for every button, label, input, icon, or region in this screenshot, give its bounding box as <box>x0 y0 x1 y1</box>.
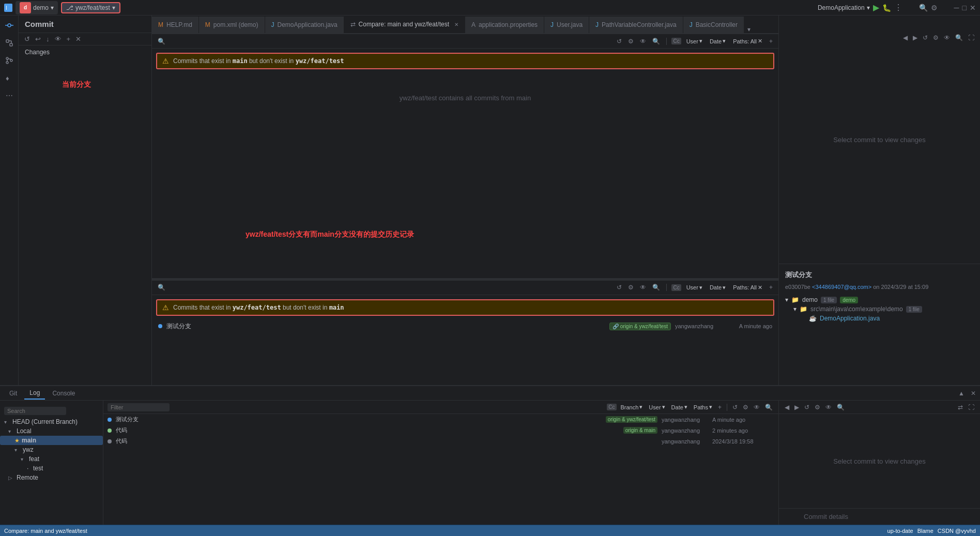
user-dropdown-top[interactable]: User ▾ <box>684 37 705 45</box>
rg-collapse[interactable]: ⚙ <box>813 404 822 411</box>
subfolder-expand[interactable]: ▾ <box>793 305 797 313</box>
rg-fwd[interactable]: ▶ <box>793 404 801 411</box>
rp-expand-icon[interactable]: ⛶ <box>967 34 976 41</box>
add-icon[interactable]: + <box>65 35 72 43</box>
clear-icon[interactable]: ✕ <box>74 35 83 43</box>
tab-compare[interactable]: ⇄ Compare: main and ywz/feat/test ✕ <box>344 17 465 33</box>
rg-back[interactable]: ◀ <box>783 404 791 411</box>
refresh-btn-top[interactable]: ↺ <box>615 38 623 45</box>
refresh-btn-bottom[interactable]: ↺ <box>615 284 623 291</box>
commit-row-1[interactable]: 测试分支 🔗 origin & ywz/feat/test yangwanzha… <box>152 320 778 333</box>
tree-feat[interactable]: ▾ feat <box>0 454 103 464</box>
git-commit-row-1[interactable]: 代码 origin & main yangwanzhang 2 minutes … <box>103 425 778 436</box>
tree-local[interactable]: ▾ Local <box>0 426 103 436</box>
sidebar-icon-branch[interactable] <box>4 55 15 66</box>
tab-pom[interactable]: M pom.xml (demo) <box>199 17 265 33</box>
file-tree-root[interactable]: ▾ 📁 demo 1 file demo <box>785 295 974 304</box>
rg-search[interactable]: 🔍 <box>835 404 846 411</box>
rp-search-icon[interactable]: 🔍 <box>954 34 964 41</box>
settings-button[interactable]: ⚙ <box>931 4 938 12</box>
rg-eye[interactable]: 👁 <box>824 404 833 411</box>
tree-head[interactable]: ▾ HEAD (Current Branch) <box>0 417 103 426</box>
eye-btn-top[interactable]: 👁 <box>638 38 648 45</box>
close-git-btn[interactable]: ✕ <box>971 390 976 397</box>
rg-expand2[interactable]: ⛶ <box>967 404 976 411</box>
file-tree-folder[interactable]: ▾ 📁 src\main\java\com\example\demo 1 fil… <box>785 304 974 314</box>
branch-chevron[interactable]: ▾ <box>112 4 115 11</box>
tab-pathvar[interactable]: J PathVariableController.java <box>589 17 683 33</box>
sidebar-icon-merge[interactable]: ♦ <box>4 72 15 84</box>
ywz-toggle[interactable]: ▾ <box>14 447 21 453</box>
tab-basicctrl[interactable]: J BasicController <box>683 17 744 33</box>
tab-log[interactable]: Log <box>24 387 45 400</box>
collapse-git-btn[interactable]: ▲ <box>958 390 964 397</box>
date-dropdown-bottom[interactable]: Date ▾ <box>708 284 728 292</box>
tab-demoapp[interactable]: J DemoApplication.java <box>265 17 344 33</box>
app-chevron[interactable]: ▾ <box>867 4 870 11</box>
tabs-overflow[interactable]: ▾ <box>744 26 754 33</box>
branch-dropdown-git[interactable]: Branch ▾ <box>619 403 645 411</box>
tree-main[interactable]: ★ main <box>0 436 103 445</box>
commits-search-input[interactable] <box>108 403 170 411</box>
user-dropdown-git[interactable]: User ▾ <box>647 403 667 411</box>
feat-toggle[interactable]: ▾ <box>21 456 27 462</box>
rp-fwd-icon[interactable]: ▶ <box>911 34 919 41</box>
rg-arrows[interactable]: ⇄ <box>956 404 964 411</box>
rp-refresh-icon[interactable]: ↺ <box>921 34 929 41</box>
tree-ywz[interactable]: ▾ ywz <box>0 445 103 454</box>
tab-console[interactable]: Console <box>47 388 80 399</box>
settings-btn-top[interactable]: ⚙ <box>626 38 635 45</box>
close-button[interactable]: ✕ <box>970 4 976 12</box>
remote-toggle[interactable]: ▷ <box>8 475 14 481</box>
paths-dropdown-bottom[interactable]: Paths: All ✕ <box>731 284 764 292</box>
tree-test[interactable]: · test <box>0 464 103 473</box>
rollback-icon[interactable]: ↩ <box>34 35 42 43</box>
sidebar-icon-more[interactable]: ⋯ <box>4 90 15 101</box>
local-toggle[interactable]: ▾ <box>8 428 14 434</box>
rg-expand[interactable]: ↺ <box>803 404 811 411</box>
date-dropdown-top[interactable]: Date ▾ <box>708 37 728 45</box>
cc-btn-git[interactable]: Cc <box>607 404 616 410</box>
add-filter-top[interactable]: + <box>768 38 774 45</box>
branch-search-input[interactable] <box>4 407 66 415</box>
view-icon[interactable]: 👁 <box>53 35 63 43</box>
git-commit-row-2[interactable]: 代码 yangwanzhang 2024/3/18 19:58 <box>103 436 778 447</box>
cc-btn-bottom[interactable]: Cc <box>671 284 681 291</box>
folder-expand[interactable]: ▾ <box>785 296 788 303</box>
paths-close-bottom[interactable]: ✕ <box>758 284 762 291</box>
eye-btn-bottom[interactable]: 👁 <box>638 284 648 291</box>
paths-dropdown-top[interactable]: Paths: All ✕ <box>731 37 764 45</box>
debug-button[interactable]: 🐛 <box>882 4 891 12</box>
branch-selector[interactable]: ⎇ ywz/feat/test ▾ <box>61 2 120 13</box>
project-chevron[interactable]: ▾ <box>51 4 54 11</box>
eye-git[interactable]: 👁 <box>752 404 761 411</box>
refresh-git[interactable]: ↺ <box>731 404 739 411</box>
date-dropdown-git[interactable]: Date ▾ <box>669 403 690 411</box>
run-button[interactable]: ▶ <box>873 3 879 12</box>
settings-git[interactable]: ⚙ <box>741 404 750 411</box>
rp-eye-icon[interactable]: 👁 <box>942 34 952 41</box>
rp-settings-icon[interactable]: ⚙ <box>931 34 940 41</box>
tab-appprops[interactable]: A application.properties <box>465 17 544 33</box>
download-icon[interactable]: ↓ <box>44 35 51 43</box>
search-button[interactable]: 🔍 <box>919 4 928 12</box>
app-run-config[interactable]: DemoApplication ▾ <box>818 4 870 11</box>
add-filter-bottom[interactable]: + <box>768 284 774 291</box>
settings-btn-bottom[interactable]: ⚙ <box>626 284 635 291</box>
tab-git[interactable]: Git <box>4 388 22 399</box>
search-btn-bottom[interactable]: 🔍 <box>651 284 662 291</box>
tree-remote[interactable]: ▷ Remote <box>0 473 103 482</box>
minimize-button[interactable]: ─ <box>954 4 959 12</box>
paths-close-top[interactable]: ✕ <box>758 38 762 44</box>
cc-btn-top[interactable]: Cc <box>671 38 681 44</box>
search-git[interactable]: 🔍 <box>763 404 774 411</box>
rp-back-icon[interactable]: ◀ <box>901 34 909 41</box>
more-button[interactable]: ⋮ <box>894 3 902 12</box>
tab-help[interactable]: M HELP.md <box>152 17 199 33</box>
user-dropdown-bottom[interactable]: User ▾ <box>684 284 705 292</box>
project-selector[interactable]: d demo ▾ <box>16 1 58 14</box>
sidebar-icon-commit[interactable] <box>4 20 15 31</box>
tab-compare-close[interactable]: ✕ <box>454 22 458 27</box>
add-filter-git[interactable]: + <box>716 404 723 411</box>
head-toggle[interactable]: ▾ <box>4 419 10 425</box>
